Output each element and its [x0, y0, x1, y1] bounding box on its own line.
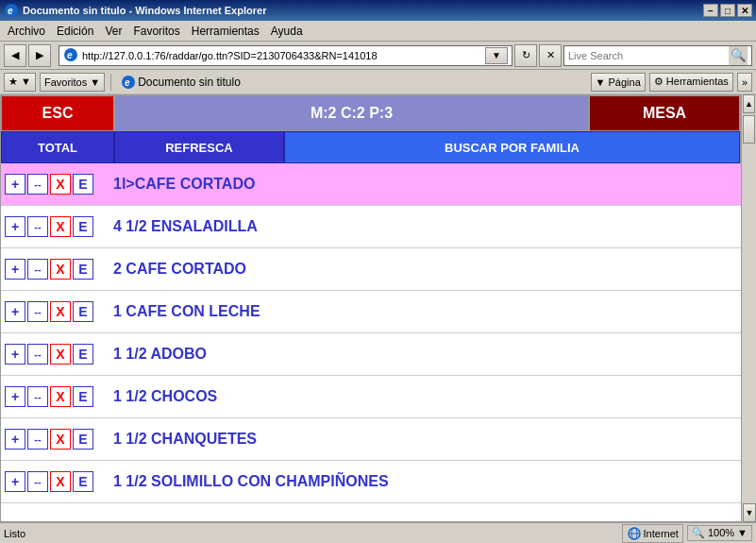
- address-ie-icon: e: [63, 47, 78, 64]
- order-row: + -- X E 1l>CAFE CORTADO: [1, 163, 755, 206]
- forward-button[interactable]: ▶: [28, 44, 51, 67]
- fav-tab-title: Documento sin titulo: [138, 76, 241, 89]
- total-button[interactable]: TOTAL: [1, 131, 114, 163]
- order-row: + -- X E 2 CAFE CORTADO: [1, 248, 755, 291]
- buscar-button[interactable]: BUSCAR POR FAMILIA: [284, 131, 740, 163]
- order-text: 1 1/2 CHANQUETES: [109, 431, 257, 448]
- x-button[interactable]: X: [50, 386, 71, 407]
- order-text: 1 CAFE CON LECHE: [109, 303, 260, 320]
- refresca-button[interactable]: REFRESCA: [114, 131, 284, 163]
- restore-button[interactable]: □: [720, 4, 735, 17]
- search-button[interactable]: 🔍: [729, 46, 748, 65]
- address-dropdown[interactable]: ▼: [485, 47, 508, 64]
- order-controls: + -- X E: [1, 386, 109, 407]
- favorites-button[interactable]: Favoritos ▼: [40, 73, 105, 92]
- minus-button[interactable]: --: [27, 301, 48, 322]
- internet-icon: [627, 526, 642, 541]
- minimize-button[interactable]: −: [703, 4, 718, 17]
- fav-separator: [110, 74, 111, 91]
- window-controls: − □ ✕: [703, 4, 752, 17]
- plus-button[interactable]: +: [5, 259, 25, 280]
- x-button[interactable]: X: [50, 471, 71, 492]
- order-row: + -- X E 1 CAFE CON LECHE: [1, 291, 755, 333]
- address-input[interactable]: [82, 50, 485, 61]
- order-row: + -- X E 1 1/2 CHOCOS: [1, 376, 755, 418]
- svg-text:e: e: [125, 77, 130, 88]
- menu-favoritos[interactable]: Favoritos: [127, 23, 185, 40]
- x-button[interactable]: X: [50, 174, 71, 195]
- e-button[interactable]: E: [73, 344, 93, 365]
- add-favorites-button[interactable]: ★ ▼: [4, 73, 36, 92]
- stop-button[interactable]: ✕: [539, 44, 562, 67]
- plus-button[interactable]: +: [5, 429, 25, 450]
- x-button[interactable]: X: [50, 216, 71, 237]
- menu-archivo[interactable]: Archivo: [2, 23, 51, 40]
- menu-herramientas[interactable]: Herramientas: [186, 23, 265, 40]
- search-bar: 🔍: [563, 45, 752, 66]
- favorites-bar: ★ ▼ Favoritos ▼ e Documento sin titulo ▼…: [0, 70, 756, 94]
- zone-label: Internet: [644, 528, 679, 539]
- e-button[interactable]: E: [73, 216, 93, 237]
- e-button[interactable]: E: [73, 301, 93, 322]
- x-button[interactable]: X: [50, 301, 71, 322]
- order-row: + -- X E 1 1/2 CHANQUETES: [1, 418, 755, 461]
- e-button[interactable]: E: [73, 174, 93, 195]
- plus-button[interactable]: +: [5, 386, 25, 407]
- search-input[interactable]: [568, 50, 729, 61]
- sub-header-row: TOTAL REFRESCA BUSCAR POR FAMILIA: [1, 131, 755, 163]
- mesa-button[interactable]: MESA: [589, 95, 740, 131]
- status-display: M:2 C:2 P:3: [114, 95, 589, 131]
- minus-button[interactable]: --: [27, 216, 48, 237]
- scrollbar[interactable]: ▲ ▼: [741, 94, 756, 522]
- e-button[interactable]: E: [73, 386, 93, 407]
- plus-button[interactable]: +: [5, 471, 25, 492]
- toolbar: ◀ ▶ e ▼ ↻ ✕ 🔍: [0, 42, 756, 70]
- order-text: 1 1/2 ADOBO: [109, 346, 207, 363]
- tools-button[interactable]: ⚙ Herramientas: [649, 73, 733, 92]
- minus-button[interactable]: --: [27, 386, 48, 407]
- minus-button[interactable]: --: [27, 471, 48, 492]
- menu-edicion[interactable]: Edición: [51, 23, 99, 40]
- minus-button[interactable]: --: [27, 344, 48, 365]
- esc-button[interactable]: ESC: [1, 95, 114, 131]
- e-button[interactable]: E: [73, 259, 93, 280]
- plus-button[interactable]: +: [5, 301, 25, 322]
- order-text: 1 1/2 CHOCOS: [109, 388, 217, 405]
- minus-button[interactable]: --: [27, 259, 48, 280]
- x-button[interactable]: X: [50, 429, 71, 450]
- order-text: 4 1/2 ENSALADILLA: [109, 218, 258, 235]
- zoom-control[interactable]: 🔍 100% ▼: [687, 525, 752, 541]
- status-bar: Listo Internet 🔍 100% ▼: [0, 522, 756, 543]
- order-text: 1 1/2 SOLIMILLO CON CHAMPIÑONES: [109, 473, 389, 490]
- plus-button[interactable]: +: [5, 174, 25, 195]
- app-container: ESC M:2 C:2 P:3 MESA TOTAL REFRESCA BUSC…: [0, 94, 756, 522]
- svg-text:e: e: [8, 6, 13, 16]
- browser-content: ESC M:2 C:2 P:3 MESA TOTAL REFRESCA BUSC…: [0, 94, 756, 522]
- page-button[interactable]: ▼ Página: [591, 73, 646, 92]
- zone-indicator: Internet: [622, 524, 683, 543]
- minus-button[interactable]: --: [27, 174, 48, 195]
- fav-tab-link[interactable]: e Documento sin titulo: [117, 73, 244, 92]
- plus-button[interactable]: +: [5, 216, 25, 237]
- status-items: Internet 🔍 100% ▼: [622, 524, 752, 543]
- status-text: Listo: [4, 528, 622, 539]
- x-button[interactable]: X: [50, 344, 71, 365]
- extras-button[interactable]: »: [737, 73, 752, 92]
- e-button[interactable]: E: [73, 471, 93, 492]
- plus-button[interactable]: +: [5, 344, 25, 365]
- menu-ver[interactable]: Ver: [99, 23, 127, 40]
- address-bar: e ▼: [59, 45, 512, 66]
- order-controls: + -- X E: [1, 216, 109, 237]
- order-controls: + -- X E: [1, 301, 109, 322]
- x-button[interactable]: X: [50, 259, 71, 280]
- close-button[interactable]: ✕: [737, 4, 752, 17]
- order-controls: + -- X E: [1, 471, 109, 492]
- back-button[interactable]: ◀: [4, 44, 26, 67]
- refresh-button[interactable]: ↻: [514, 44, 537, 67]
- menu-ayuda[interactable]: Ayuda: [265, 23, 309, 40]
- order-list: + -- X E 1l>CAFE CORTADO + -- X E 4 1/2 …: [1, 163, 755, 503]
- e-button[interactable]: E: [73, 429, 93, 450]
- minus-button[interactable]: --: [27, 429, 48, 450]
- window-title: Documento sin titulo - Windows Internet …: [23, 5, 703, 16]
- order-text: 1l>CAFE CORTADO: [109, 176, 255, 193]
